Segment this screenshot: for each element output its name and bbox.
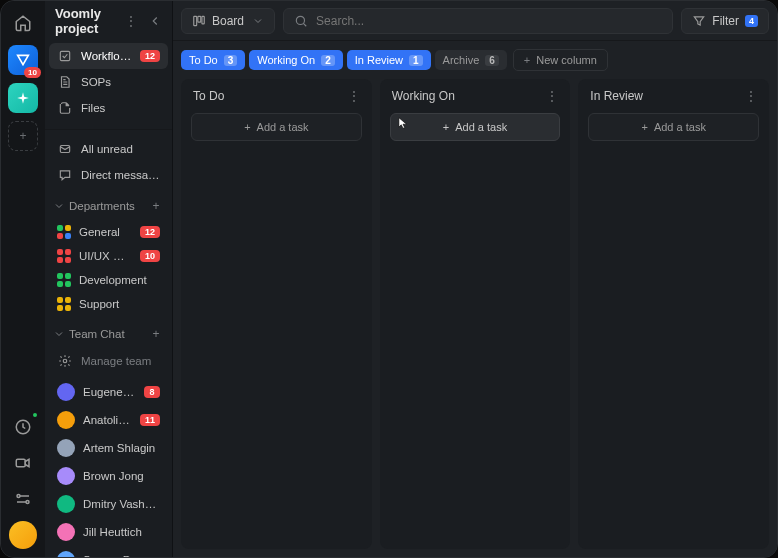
new-column-button[interactable]: + New column xyxy=(513,49,608,71)
grid-icon xyxy=(57,249,71,263)
sidebar-item-files[interactable]: Files xyxy=(49,95,168,121)
column-title: In Review xyxy=(590,89,643,103)
pill-count: 6 xyxy=(485,55,499,66)
sidebar-item-unread[interactable]: All unread xyxy=(49,136,168,162)
sidebar-item-dm[interactable]: Direct messages xyxy=(49,162,168,188)
department-item[interactable]: Development xyxy=(49,268,168,292)
team-member[interactable]: Sergey Popov xyxy=(49,546,168,558)
app-rail: 10 + xyxy=(1,1,45,557)
add-team-button[interactable]: + xyxy=(148,326,164,342)
grid-icon xyxy=(57,297,71,311)
badge: 8 xyxy=(144,386,160,398)
chevron-down-icon xyxy=(53,200,65,212)
grid-icon xyxy=(57,225,71,239)
view-selector[interactable]: Board xyxy=(181,8,275,34)
grid-icon xyxy=(57,273,71,287)
add-task-button[interactable]: +Add a task xyxy=(588,113,759,141)
departments-group[interactable]: Departments + xyxy=(45,190,172,218)
search-box[interactable] xyxy=(283,8,673,34)
add-workspace-button[interactable]: + xyxy=(8,121,38,151)
board-column: In Review⋮+Add a task xyxy=(578,79,769,549)
dm-icon xyxy=(57,167,73,183)
svg-rect-7 xyxy=(194,16,197,25)
svg-rect-1 xyxy=(16,459,25,467)
pill-count: 2 xyxy=(321,55,335,66)
collapse-sidebar-icon[interactable] xyxy=(146,12,164,30)
status-pill[interactable]: To Do3 xyxy=(181,50,245,70)
board-column: Working On⋮+Add a task xyxy=(380,79,571,549)
team-member[interactable]: Dmitry Vashchilov xyxy=(49,490,168,518)
badge: 12 xyxy=(140,50,160,62)
kanban-board: To Do⋮+Add a taskWorking On⋮+Add a taskI… xyxy=(173,79,777,557)
avatar xyxy=(57,523,75,541)
sidebar-item-workflows[interactable]: Workflows12 xyxy=(49,43,168,69)
workspace-badge: 10 xyxy=(24,67,41,78)
sidebar: Voomly project ⋮ Workflows12SOPsFiles Al… xyxy=(45,1,173,557)
board-icon xyxy=(192,14,206,28)
filter-button[interactable]: Filter 4 xyxy=(681,8,769,34)
notification-dot xyxy=(31,411,39,419)
status-pill[interactable]: Archive6 xyxy=(435,50,507,70)
plus-icon: + xyxy=(244,121,250,133)
chevron-down-icon xyxy=(252,15,264,27)
team-member[interactable]: Anatoliy Emleninov11 xyxy=(49,406,168,434)
workspace-2[interactable] xyxy=(8,83,38,113)
pill-count: 3 xyxy=(224,55,238,66)
svg-rect-9 xyxy=(202,16,204,24)
add-task-button[interactable]: +Add a task xyxy=(390,113,561,141)
badge: 12 xyxy=(140,226,160,238)
project-menu-icon[interactable]: ⋮ xyxy=(122,12,140,30)
add-task-button[interactable]: +Add a task xyxy=(191,113,362,141)
avatar xyxy=(57,411,75,429)
pill-count: 1 xyxy=(409,55,423,66)
column-title: To Do xyxy=(193,89,224,103)
sidebar-header: Voomly project ⋮ xyxy=(45,1,172,41)
workspace-voomly[interactable]: 10 xyxy=(8,45,38,75)
files-icon xyxy=(57,100,73,116)
video-icon[interactable] xyxy=(9,449,37,477)
column-title: Working On xyxy=(392,89,455,103)
settings-icon[interactable] xyxy=(9,485,37,513)
chevron-down-icon xyxy=(53,328,65,340)
team-group[interactable]: Team Chat + xyxy=(45,318,172,346)
svg-point-6 xyxy=(63,359,67,363)
user-avatar[interactable] xyxy=(9,521,37,549)
column-header: To Do⋮ xyxy=(181,79,372,113)
svg-point-3 xyxy=(26,501,29,504)
svg-point-10 xyxy=(296,16,304,24)
team-member[interactable]: Eugene Dobrik8 xyxy=(49,378,168,406)
column-menu-icon[interactable]: ⋮ xyxy=(348,89,360,103)
team-member[interactable]: Brown Jong xyxy=(49,462,168,490)
plus-icon: + xyxy=(443,121,449,133)
badge: 10 xyxy=(140,250,160,262)
team-member[interactable]: Artem Shlagin xyxy=(49,434,168,462)
add-department-button[interactable]: + xyxy=(148,198,164,214)
column-menu-icon[interactable]: ⋮ xyxy=(745,89,757,103)
sidebar-item-sops[interactable]: SOPs xyxy=(49,69,168,95)
avatar xyxy=(57,551,75,558)
team-member[interactable]: Jill Heuttich xyxy=(49,518,168,546)
department-item[interactable]: General12 xyxy=(49,220,168,244)
filter-icon xyxy=(692,14,706,28)
search-input[interactable] xyxy=(316,14,662,28)
department-item[interactable]: Support xyxy=(49,292,168,316)
avatar xyxy=(57,439,75,457)
search-icon xyxy=(294,14,308,28)
gear-icon xyxy=(57,353,73,369)
clock-icon[interactable] xyxy=(9,413,37,441)
manage-team-button[interactable]: Manage team xyxy=(49,348,168,374)
svg-rect-8 xyxy=(198,16,201,22)
department-item[interactable]: UI/UX Design10 xyxy=(49,244,168,268)
column-header: Working On⋮ xyxy=(380,79,571,113)
filter-count: 4 xyxy=(745,15,758,27)
sops-icon xyxy=(57,74,73,90)
workflows-icon xyxy=(57,48,73,64)
board-column: To Do⋮+Add a task xyxy=(181,79,372,549)
avatar xyxy=(57,495,75,513)
plus-icon: + xyxy=(641,121,647,133)
column-menu-icon[interactable]: ⋮ xyxy=(546,89,558,103)
avatar xyxy=(57,467,75,485)
home-icon[interactable] xyxy=(9,9,37,37)
status-pill[interactable]: In Review1 xyxy=(347,50,431,70)
status-pill[interactable]: Working On2 xyxy=(249,50,342,70)
